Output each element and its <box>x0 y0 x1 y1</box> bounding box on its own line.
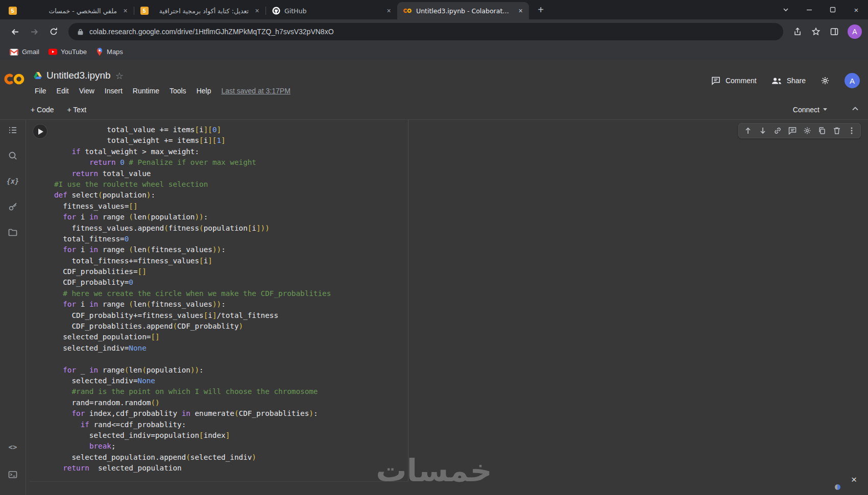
khamsat-favicon-icon: 5 <box>8 7 17 15</box>
code-line: total_weight += items[i][1] <box>54 135 331 146</box>
mirror-cell-icon <box>817 126 827 135</box>
lock-icon <box>77 28 84 36</box>
bookmark-youtube[interactable]: YouTube <box>44 46 91 57</box>
bookmark-page-button[interactable] <box>808 23 824 40</box>
star-notebook-icon[interactable]: ☆ <box>115 70 124 81</box>
browser-tab[interactable]: Untitled3.ipynb - Colaboratory× <box>397 2 529 19</box>
menu-insert[interactable]: Insert <box>100 85 128 96</box>
left-rail-top: {x} <box>7 124 19 238</box>
menu-runtime[interactable]: Runtime <box>128 85 164 96</box>
khamsat-watermark: خمسات <box>376 453 492 488</box>
url-bar[interactable]: colab.research.google.com/drive/1HtflmGJ… <box>68 23 783 40</box>
menu-view[interactable]: View <box>74 85 100 96</box>
variables-button[interactable]: {x} <box>7 175 19 187</box>
last-saved-status[interactable]: Last saved at 3:17PM <box>221 87 290 95</box>
browser-tab[interactable]: GitHub× <box>266 2 397 19</box>
overlay-close-icon[interactable]: × <box>851 474 857 485</box>
variables-icon: {x} <box>7 177 19 185</box>
code-snippets-button[interactable]: <> <box>7 441 19 453</box>
back-button[interactable] <box>6 23 23 40</box>
editor-right-edge <box>408 120 408 481</box>
browser-tab[interactable]: 5تعديل: كتابة أكواد برمجية احترافية× <box>134 2 266 19</box>
share-button[interactable]: Share <box>771 77 806 85</box>
tab-title: ملفي الشخصي - خمسات <box>21 7 117 15</box>
tab-close-icon[interactable]: × <box>516 7 525 15</box>
colab-profile-avatar[interactable]: A <box>845 73 860 88</box>
comment-button[interactable]: Comment <box>711 76 757 86</box>
bookmark-label: Maps <box>107 48 123 56</box>
secrets-button[interactable] <box>7 201 19 213</box>
copy-link-to-cell-icon <box>773 126 782 135</box>
browser-profile-avatar[interactable]: A <box>848 24 862 39</box>
secrets-icon <box>8 202 18 212</box>
forward-button[interactable] <box>26 23 43 40</box>
terminal-button[interactable] <box>7 468 19 481</box>
search-icon <box>8 151 18 161</box>
code-line: for i in range (len(population)): <box>54 212 331 222</box>
connect-label: Connect <box>793 106 819 114</box>
code-line: for i in range (len(fitness_values)): <box>54 299 331 310</box>
notebook-title[interactable]: Untitled3.ipynb <box>46 70 111 81</box>
side-panel-icon <box>830 27 839 36</box>
move-cell-down-button[interactable] <box>756 124 769 137</box>
tab-search-button[interactable] <box>774 0 798 19</box>
colab-header: Untitled3.ipynb ☆ FileEditViewInsertRunt… <box>0 60 868 100</box>
tab-close-icon[interactable]: × <box>384 7 393 15</box>
menu-file[interactable]: File <box>30 85 52 96</box>
table-of-contents-button[interactable] <box>7 124 19 136</box>
run-cell-button[interactable] <box>33 125 47 138</box>
window-maximize-button[interactable] <box>821 0 845 19</box>
code-line: fitness_values.append(fitness(population… <box>54 223 331 234</box>
more-cell-actions-button[interactable] <box>845 124 858 137</box>
new-tab-button[interactable]: + <box>533 2 548 17</box>
terminal-icon <box>8 469 18 480</box>
code-line: if rand<=cdf_probablity: <box>54 419 331 430</box>
copy-link-to-cell-button[interactable] <box>770 124 784 137</box>
tab-close-icon[interactable]: × <box>253 7 261 15</box>
code-editor[interactable]: total_value += items[i][0] total_weight … <box>54 125 331 474</box>
code-line: total_value += items[i][0] <box>54 125 331 135</box>
code-line: for _ in range(len(population)): <box>54 365 331 376</box>
github-favicon-icon <box>272 7 280 15</box>
gear-icon <box>820 76 830 86</box>
tab-title: GitHub <box>284 7 380 15</box>
settings-button[interactable] <box>820 76 830 86</box>
search-button[interactable] <box>7 150 19 162</box>
menu-help[interactable]: Help <box>191 85 216 96</box>
bookmarks-bar: GmailYouTubeMaps <box>0 44 868 60</box>
files-button[interactable] <box>7 226 19 238</box>
tab-close-icon[interactable]: × <box>121 7 130 15</box>
add-code-button[interactable]: + Code <box>31 106 54 114</box>
code-line: rand=random.random() <box>54 398 331 408</box>
header-actions: Comment Share A <box>711 73 860 88</box>
tab-title: تعديل: كتابة أكواد برمجية احترافية <box>153 7 249 15</box>
bookmark-gmail[interactable]: Gmail <box>5 46 44 57</box>
reload-button[interactable] <box>45 23 62 40</box>
collapse-sections-button[interactable] <box>851 104 860 115</box>
add-comment-button[interactable] <box>785 124 799 137</box>
reload-icon <box>49 27 58 36</box>
code-line: break; <box>54 441 331 452</box>
window-minimize-button[interactable] <box>798 0 821 19</box>
window-close-button[interactable]: × <box>845 0 868 19</box>
move-cell-up-button[interactable] <box>741 124 755 137</box>
side-panel-button[interactable] <box>826 23 842 40</box>
menu-tools[interactable]: Tools <box>164 85 191 96</box>
code-line: total_fitness=0 <box>54 234 331 244</box>
code-line: total_fitness+=fitness_values[i] <box>54 256 331 266</box>
minimize-icon <box>806 7 812 13</box>
url-text: colab.research.google.com/drive/1HtflmGJ… <box>89 28 334 36</box>
star-icon <box>811 27 821 36</box>
browser-tab-bar: 5ملفي الشخصي - خمسات×5تعديل: كتابة أكواد… <box>0 0 868 19</box>
maximize-icon <box>830 7 836 13</box>
menu-edit[interactable]: Edit <box>52 85 74 96</box>
browser-tab[interactable]: 5ملفي الشخصي - خمسات× <box>2 2 134 19</box>
delete-cell-button[interactable] <box>830 124 843 137</box>
move-cell-up-icon <box>743 126 753 135</box>
bookmark-maps[interactable]: Maps <box>91 46 128 58</box>
share-page-button[interactable] <box>789 23 806 40</box>
mirror-cell-button[interactable] <box>815 124 829 137</box>
add-text-button[interactable]: + Text <box>67 106 87 114</box>
connect-button[interactable]: Connect <box>793 106 827 114</box>
open-editor-settings-button[interactable] <box>800 124 814 137</box>
